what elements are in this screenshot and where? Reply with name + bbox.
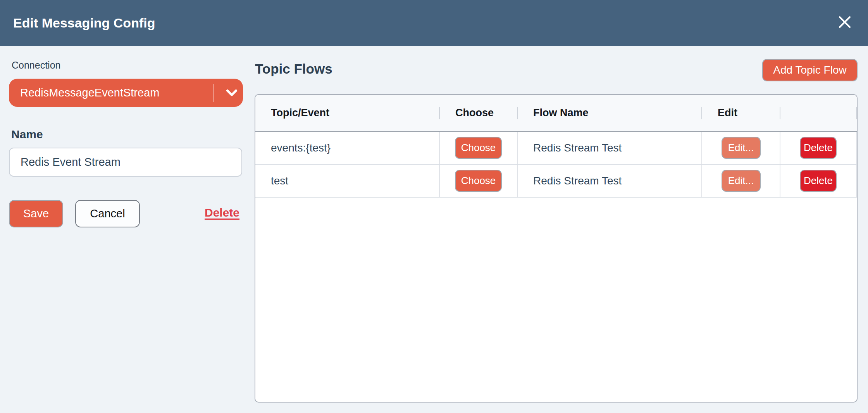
chevron-down-icon <box>220 89 243 97</box>
flow-name-cell: Redis Stream Test <box>518 165 702 197</box>
column-header-flow-name: Flow Name <box>518 95 702 131</box>
close-icon <box>838 15 852 31</box>
topic-flows-table: Topic/Event Choose Flow Name Edit events… <box>255 94 858 403</box>
choose-button[interactable]: Choose <box>455 137 502 159</box>
add-topic-flow-button[interactable]: Add Topic Flow <box>762 59 858 81</box>
connection-label: Connection <box>12 60 60 71</box>
edit-cell: Edit... <box>702 132 780 164</box>
delete-row-button[interactable]: Delete <box>800 137 837 159</box>
flow-name-cell: Redis Stream Test <box>518 132 702 164</box>
close-button[interactable] <box>836 14 853 31</box>
choose-cell: Choose <box>440 132 518 164</box>
delete-config-link[interactable]: Delete <box>205 206 239 219</box>
delete-cell: Delete <box>780 132 857 164</box>
connection-select[interactable]: RedisMessageEventStream <box>9 79 243 107</box>
column-header-choose: Choose <box>440 95 518 131</box>
edit-cell: Edit... <box>702 165 780 197</box>
choose-button[interactable]: Choose <box>455 170 502 192</box>
table-header-row: Topic/Event Choose Flow Name Edit <box>255 95 857 132</box>
name-input[interactable] <box>9 148 242 177</box>
column-header-topic-event: Topic/Event <box>255 95 440 131</box>
column-header-edit: Edit <box>702 95 780 131</box>
delete-cell: Delete <box>780 165 857 197</box>
select-divider <box>213 84 214 102</box>
column-header-actions <box>780 95 857 131</box>
edit-button[interactable]: Edit... <box>722 170 761 192</box>
topic-event-cell: events:{test} <box>255 132 440 164</box>
edit-button[interactable]: Edit... <box>722 137 761 159</box>
table-row: events:{test} Choose Redis Stream Test E… <box>255 132 857 165</box>
delete-row-button[interactable]: Delete <box>800 170 837 192</box>
topic-event-cell: test <box>255 165 440 197</box>
choose-cell: Choose <box>440 165 518 197</box>
connection-selected-value: RedisMessageEventStream <box>20 86 213 99</box>
topic-flows-heading: Topic Flows <box>255 61 332 77</box>
modal-title: Edit Messaging Config <box>13 15 155 31</box>
save-button[interactable]: Save <box>9 200 63 227</box>
cancel-button[interactable]: Cancel <box>75 200 140 227</box>
table-row: test Choose Redis Stream Test Edit... De… <box>255 165 857 198</box>
name-label: Name <box>11 128 43 141</box>
modal-header: Edit Messaging Config <box>0 0 868 46</box>
